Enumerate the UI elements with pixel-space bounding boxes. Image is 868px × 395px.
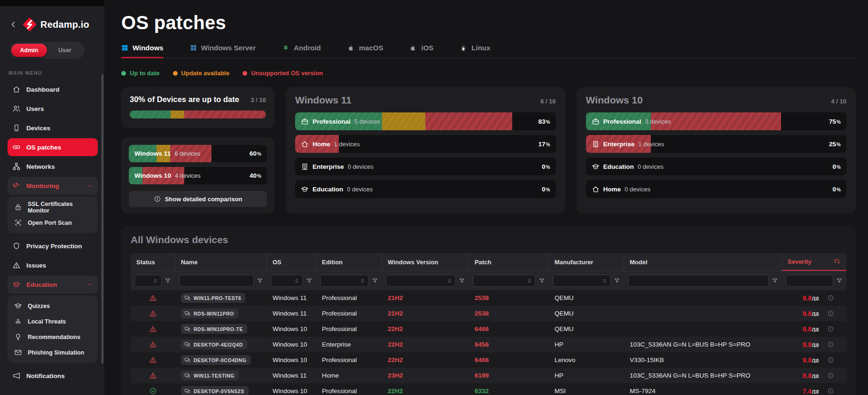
- column-header-status[interactable]: Status: [131, 253, 175, 271]
- status-filter-select[interactable]: [134, 275, 162, 287]
- sidebar-item-privacy-protection[interactable]: Privacy Protection: [8, 237, 98, 255]
- model-filter-input[interactable]: [628, 275, 769, 287]
- filter-funnel-icon[interactable]: [372, 277, 378, 284]
- devices-icon: [184, 357, 190, 363]
- column-header-edition[interactable]: Edition: [316, 253, 382, 271]
- shield-icon: [12, 242, 21, 250]
- windows-icon: [121, 44, 128, 51]
- patch-filter-select[interactable]: [473, 275, 536, 287]
- sidebar-item-ssl-certificates[interactable]: SSL Certificates Monitor: [9, 199, 96, 215]
- sort-icon[interactable]: [833, 258, 841, 265]
- windows-version-filter-select[interactable]: [386, 275, 456, 287]
- filter-funnel-icon[interactable]: [257, 277, 263, 284]
- graduation-cap-icon: [14, 302, 22, 310]
- severity-filter-input[interactable]: [786, 275, 833, 287]
- info-icon[interactable]: [827, 310, 834, 317]
- megaphone-icon: [12, 371, 21, 380]
- tab-ios[interactable]: iOS: [409, 44, 433, 58]
- collapse-sidebar-button[interactable]: [8, 20, 18, 29]
- devices-icon: [184, 326, 190, 332]
- android-icon: [282, 44, 289, 52]
- column-header-windows-version[interactable]: Windows Version: [382, 253, 469, 271]
- sidebar-item-dashboard[interactable]: Dashboard: [8, 80, 98, 98]
- sidebar-scrollbar[interactable]: [102, 74, 103, 363]
- role-user-button[interactable]: User: [47, 44, 83, 57]
- info-icon[interactable]: [827, 325, 834, 332]
- column-header-manufacturer[interactable]: Manufacturer: [549, 253, 624, 271]
- name-filter-input[interactable]: [179, 275, 254, 287]
- filter-funnel-icon[interactable]: [772, 277, 778, 284]
- warning-triangle-icon: [12, 261, 21, 269]
- filter-funnel-icon[interactable]: [459, 277, 465, 284]
- comparison-row-windows11: Windows 11 6 devices 60%: [129, 145, 267, 162]
- check-circle-icon: [149, 387, 157, 395]
- sidebar-item-devices[interactable]: Devices: [8, 119, 98, 137]
- sidebar-item-local-threats[interactable]: Local Threats: [9, 314, 96, 329]
- tab-macos[interactable]: macOS: [347, 44, 383, 58]
- table-row[interactable]: RDS-WIN11PRO Windows 11 Professional 21H…: [131, 306, 846, 321]
- filter-funnel-icon[interactable]: [614, 277, 620, 284]
- column-header-os[interactable]: OS: [267, 253, 316, 271]
- tab-linux[interactable]: Linux: [460, 44, 490, 58]
- monitoring-submenu: SSL Certificates Monitor Open Port Scan: [8, 197, 98, 233]
- device-name-chip: DESKTOP-0V5NS2S: [181, 386, 249, 395]
- legend-update-available: Update available: [173, 70, 230, 77]
- comparison-row-windows10: Windows 10 4 devices 40%: [129, 167, 267, 184]
- sidebar-item-networks[interactable]: Networks: [8, 158, 98, 175]
- column-header-model[interactable]: Model: [624, 253, 782, 271]
- role-switch: Admin User: [9, 42, 85, 59]
- column-header-name[interactable]: Name: [175, 253, 267, 271]
- table-row[interactable]: DESKTOP-4EI2Q4D Windows 10 Enterprise 22…: [131, 337, 846, 352]
- info-icon[interactable]: [827, 372, 834, 379]
- device-icon: [12, 124, 21, 132]
- sidebar-item-notifications[interactable]: Notifications: [8, 367, 98, 385]
- filter-funnel-icon[interactable]: [539, 277, 545, 284]
- warning-icon: [149, 325, 157, 333]
- sidebar-item-phishing-simulation[interactable]: Phishing Simulation: [9, 345, 96, 360]
- select-chevrons-icon: [152, 278, 158, 284]
- info-icon[interactable]: [827, 356, 834, 363]
- sidebar-item-open-port-scan[interactable]: Open Port Scan: [9, 215, 96, 230]
- column-header-patch[interactable]: Patch: [469, 253, 549, 271]
- table-row[interactable]: DESKTOP-0CO4DNG Windows 10 Professional …: [131, 352, 846, 368]
- table-row[interactable]: WIN11-PRO-TEST6 Windows 11 Professional …: [131, 290, 846, 306]
- sidebar-item-education[interactable]: Education: [8, 276, 98, 293]
- sidebar-item-users[interactable]: Users: [8, 100, 98, 118]
- warning-icon: [149, 371, 157, 379]
- edition-row-home: Home 1 devices 17%: [295, 135, 556, 153]
- os-filter-select[interactable]: [271, 275, 303, 287]
- filter-funnel-icon[interactable]: [306, 277, 313, 284]
- device-name-chip: DESKTOP-4EI2Q4D: [181, 340, 247, 349]
- education-submenu: Quizzes Local Threats Recommendations Ph…: [8, 295, 98, 363]
- severity-score: 9.8/10: [803, 310, 819, 317]
- filter-funnel-icon[interactable]: [164, 277, 171, 284]
- info-icon[interactable]: [827, 341, 834, 348]
- sidebar-item-quizzes[interactable]: Quizzes: [9, 298, 96, 314]
- column-header-severity[interactable]: Severity: [782, 253, 846, 271]
- sidebar-item-monitoring[interactable]: Monitoring: [8, 177, 98, 195]
- table-row[interactable]: DESKTOP-0V5NS2S Windows 10 Professional …: [131, 383, 846, 395]
- table-row[interactable]: WIN11-TESTING Windows 11 Home 23H2 6199 …: [131, 368, 846, 383]
- role-admin-button[interactable]: Admin: [11, 44, 47, 57]
- patch-icon: [12, 143, 21, 151]
- sidebar-item-os-patches[interactable]: OS patches: [8, 138, 98, 156]
- info-icon[interactable]: [827, 294, 834, 301]
- summary-card: 30% of Devices are up to date 3 / 10: [121, 87, 274, 128]
- envelope-icon: [14, 348, 22, 356]
- tab-windows[interactable]: Windows: [121, 44, 164, 58]
- edition-row-education: Education 0 devices 0%: [295, 180, 556, 198]
- tab-android[interactable]: Android: [282, 44, 321, 58]
- edition-filter-select[interactable]: [320, 275, 369, 287]
- sidebar-item-issues[interactable]: Issues: [8, 256, 98, 274]
- table-row[interactable]: RDS-WIN10PRO-TE Windows 10 Professional …: [131, 321, 846, 337]
- main-content: OS patches Windows Windows Server Androi…: [104, 0, 868, 395]
- manufacturer-filter-select[interactable]: [553, 275, 611, 287]
- show-detailed-comparison-button[interactable]: Show detailed comparison: [129, 191, 267, 207]
- sidebar-item-recommendations[interactable]: Recommendations: [9, 329, 96, 345]
- tab-windows-server[interactable]: Windows Server: [190, 44, 256, 58]
- filter-funnel-icon[interactable]: [836, 277, 843, 284]
- info-icon[interactable]: [827, 387, 834, 395]
- brand-logo[interactable]: Redamp.io: [23, 17, 89, 32]
- windows-icon: [190, 44, 197, 51]
- os-tabs: Windows Windows Server Android macOS iOS…: [121, 44, 856, 58]
